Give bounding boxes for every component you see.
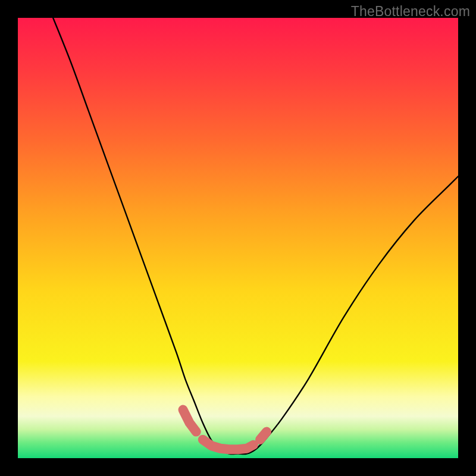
plot-area (18, 18, 458, 458)
watermark-text: TheBottleneck.com (351, 4, 470, 20)
bottleneck-curve (53, 18, 458, 454)
highlight-markers (183, 410, 267, 450)
curve-layer (18, 18, 458, 458)
chart-frame: TheBottleneck.com (0, 0, 476, 476)
